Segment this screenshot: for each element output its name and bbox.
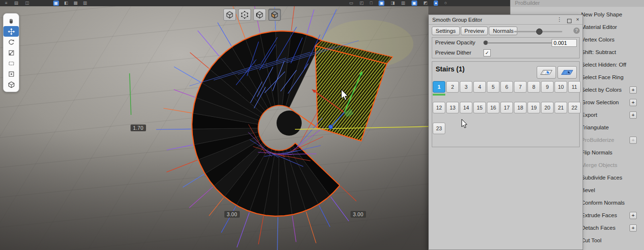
menu-item-label: Select Face Ring [581,74,624,80]
unity-editor: ≡▤◫ ▦◧▩▥ ▭◰□▣◨▥▣◩●○ 1.70 3.00 3.00 [0,0,644,250]
face-mode-button[interactable] [268,9,281,21]
smoothing-group-1[interactable]: 1 [433,81,445,93]
selection-title: Stairs (1) [436,65,465,73]
snap-icon[interactable]: ▩ [73,0,78,6]
smoothing-group-22[interactable]: 22 [568,102,581,113]
rotate-tool[interactable] [3,37,19,47]
menu-item-label: Merge Objects [581,162,617,168]
menubar-right-group: ▭◰□▣◨▥▣◩●○ [349,0,447,6]
tool-a-icon[interactable]: ▣ [379,0,384,6]
tools-overlay [3,13,19,92]
menu-item-label: Select by Colors [581,87,622,93]
menu-item-label: Flip Normals [581,150,613,155]
local-global-icon[interactable]: ◧ [64,0,69,6]
smoothing-group-3[interactable]: 3 [460,81,472,93]
smoothing-group-21[interactable]: 21 [555,102,567,113]
tool-e-icon[interactable]: ◩ [424,0,428,6]
smoothing-group-13[interactable]: 13 [446,102,459,113]
tab-settings[interactable]: Settings [432,27,460,35]
smoothing-group-2[interactable]: 2 [446,81,459,93]
menu-item-label: New Poly Shape [581,12,622,17]
smoothing-group-9[interactable]: 9 [541,81,554,93]
expand-options-button[interactable]: + [629,86,637,94]
window-menu-icon[interactable]: ⋮ [557,15,562,24]
smoothing-group-16[interactable]: 16 [487,102,499,113]
status-icon[interactable]: ○ [444,0,447,6]
menu-item-label: Cut Tool [581,237,601,243]
menu-item-label: Shift: Subtract [581,49,616,55]
move-tool[interactable] [3,26,19,37]
edge-mode-button[interactable] [253,9,266,21]
smoothing-group-10[interactable]: 10 [555,81,567,93]
tab-preview[interactable]: Preview [461,27,488,35]
panel-a-icon[interactable]: ◰ [360,0,364,6]
expand-options-button[interactable]: + [629,137,637,144]
ghost-cursor [461,119,468,129]
panel-b-icon[interactable]: □ [370,0,372,6]
expand-options-button[interactable]: + [629,212,637,219]
selected-group-indicator [433,94,445,96]
probuilder-tool[interactable] [3,79,19,90]
measurement-label: 3.00 [351,211,366,218]
expand-options-button[interactable]: + [629,99,637,106]
layout-icon[interactable]: ◫ [25,0,29,6]
maximize-icon[interactable] [567,19,571,23]
menu-item-label: Conform Normals [581,200,625,206]
smoothing-group-18[interactable]: 18 [514,102,527,113]
window-titlebar[interactable]: Smooth Group Editor ⋮ × [429,15,583,25]
probuilder-tab[interactable]: ProBuilder [511,0,644,7]
smoothing-group-grid: 1234567891011121314151617181920212223 [433,81,582,134]
smoothing-group-4[interactable]: 4 [473,81,486,93]
smoothing-group-6[interactable]: 6 [500,81,513,93]
smoothing-group-23[interactable]: 23 [433,123,445,134]
view-tool[interactable] [3,15,19,26]
rect-tool[interactable] [3,58,19,69]
menu-item-label: Select Hidden: Off [581,62,626,68]
help-icon[interactable]: ? [573,28,580,34]
menubar-left-group: ≡▤◫ [5,0,29,6]
menu-item-label: Vertex Colors [581,37,615,42]
window-icon[interactable]: ▤ [14,0,18,6]
object-mode-button[interactable] [223,9,236,21]
grid-snap-icon[interactable]: ▥ [83,0,88,6]
menu-item-label: Export [581,112,597,118]
capture-icon[interactable]: ▭ [349,0,353,6]
close-icon[interactable]: × [576,15,579,24]
smoothing-group-14[interactable]: 14 [460,102,472,113]
record-icon[interactable]: ● [434,0,438,6]
smoothing-group-8[interactable]: 8 [527,81,540,93]
tool-c-icon[interactable]: ▥ [401,0,406,6]
smoothing-group-11[interactable]: 11 [568,81,581,93]
preview-settings-group: Preview Opacity Preview Dither ✓ [432,37,580,58]
pivot-icon[interactable]: ▦ [53,0,59,6]
menu-item-label: Extrude Faces [581,212,617,218]
preview-opacity-input[interactable] [552,39,577,47]
smoothing-group-19[interactable]: 19 [527,102,540,113]
tab-normals[interactable]: Normals [489,27,517,35]
expand-options-button[interactable]: + [629,111,637,119]
expand-options-button[interactable]: + [629,224,637,232]
window-title: Smooth Group Editor [432,17,552,23]
normals-scale-slider-handle[interactable] [536,28,542,35]
menu-item-label: Subdivide Faces [581,175,622,181]
menu-item-label: Detach Faces [581,225,615,231]
smoothing-group-12[interactable]: 12 [433,102,445,113]
menu-item-label: Grow Selection [581,99,619,105]
smoothing-group-20[interactable]: 20 [541,102,554,113]
menubar-mid-group: ▦◧▩▥ [53,0,87,6]
menu-icon[interactable]: ≡ [5,0,7,6]
smooth-preview-button[interactable] [537,66,556,79]
smoothing-group-17[interactable]: 17 [500,102,513,113]
transform-tool[interactable] [3,69,19,79]
menu-item-label: Material Editor [581,24,617,30]
preview-opacity-slider-track[interactable] [487,42,554,43]
select-by-normal-button[interactable] [557,66,577,79]
scale-tool[interactable] [3,47,19,58]
vertex-mode-button[interactable] [238,9,251,21]
smoothing-group-7[interactable]: 7 [514,81,527,93]
tool-d-icon[interactable]: ▣ [411,0,417,6]
smoothing-group-5[interactable]: 5 [487,81,499,93]
smoothing-group-15[interactable]: 15 [473,102,486,113]
preview-dither-checkbox[interactable]: ✓ [483,49,491,56]
tool-b-icon[interactable]: ◨ [391,0,395,6]
